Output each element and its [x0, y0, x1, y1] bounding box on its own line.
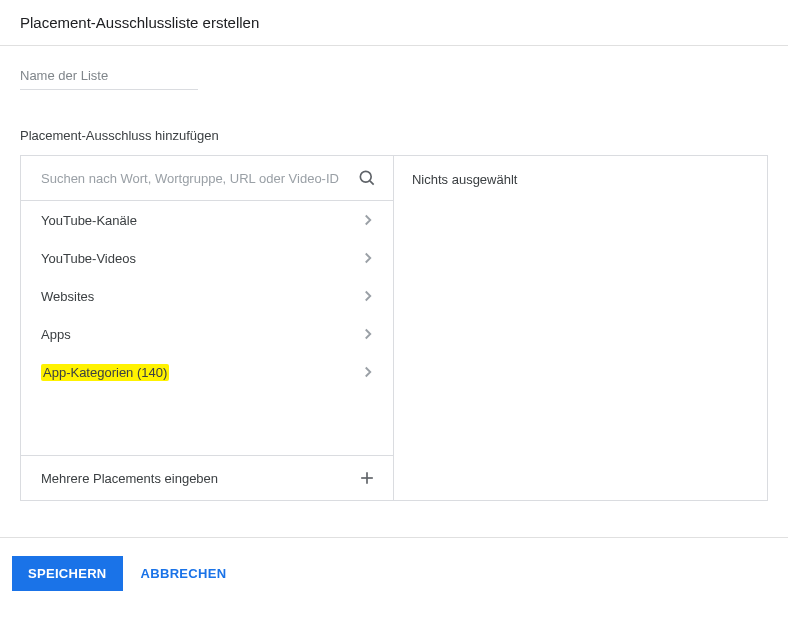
category-app-categories[interactable]: App-Kategorien (140)	[21, 353, 393, 391]
search-row	[21, 156, 393, 201]
content-area: Placement-Ausschluss hinzufügen YouTube-…	[0, 46, 788, 501]
svg-point-0	[360, 171, 371, 182]
cancel-button[interactable]: ABBRECHEN	[141, 566, 227, 581]
category-label: YouTube-Videos	[41, 251, 136, 266]
list-name-input[interactable]	[20, 62, 198, 90]
page-title: Placement-Ausschlussliste erstellen	[20, 14, 768, 31]
category-youtube-channels[interactable]: YouTube-Kanäle	[21, 201, 393, 239]
placement-panel: YouTube-Kanäle YouTube-Videos Websites A…	[20, 155, 768, 501]
chevron-right-icon	[359, 325, 377, 343]
chevron-right-icon	[359, 211, 377, 229]
chevron-right-icon	[359, 249, 377, 267]
plus-icon	[357, 468, 377, 488]
save-button[interactable]: SPEICHERN	[12, 556, 123, 591]
section-label: Placement-Ausschluss hinzufügen	[20, 128, 768, 143]
footer: SPEICHERN ABBRECHEN	[0, 538, 788, 609]
category-list: YouTube-Kanäle YouTube-Videos Websites A…	[21, 201, 393, 455]
page-header: Placement-Ausschlussliste erstellen	[0, 0, 788, 46]
search-icon[interactable]	[357, 168, 377, 188]
chevron-right-icon	[359, 363, 377, 381]
category-label: Apps	[41, 327, 71, 342]
category-youtube-videos[interactable]: YouTube-Videos	[21, 239, 393, 277]
category-label: App-Kategorien (140)	[41, 364, 169, 381]
selection-status: Nichts ausgewählt	[412, 172, 749, 187]
left-panel: YouTube-Kanäle YouTube-Videos Websites A…	[21, 156, 394, 500]
multiple-placements-row[interactable]: Mehrere Placements eingeben	[21, 455, 393, 500]
category-label: YouTube-Kanäle	[41, 213, 137, 228]
chevron-right-icon	[359, 287, 377, 305]
search-input[interactable]	[41, 171, 357, 186]
category-apps[interactable]: Apps	[21, 315, 393, 353]
right-panel: Nichts ausgewählt	[394, 156, 767, 500]
category-label: Websites	[41, 289, 94, 304]
category-websites[interactable]: Websites	[21, 277, 393, 315]
svg-line-1	[370, 181, 374, 185]
multiple-placements-label: Mehrere Placements eingeben	[41, 471, 218, 486]
